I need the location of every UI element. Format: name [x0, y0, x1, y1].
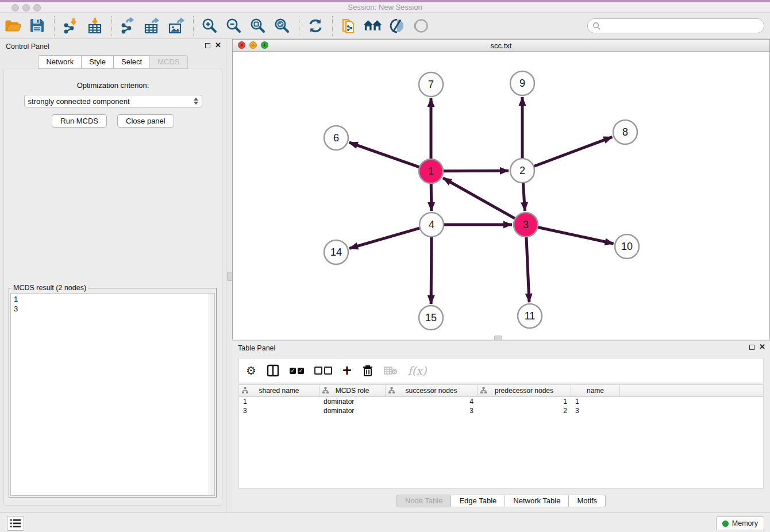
- clone-network-icon[interactable]: [339, 16, 358, 36]
- column-header-successor-nodes[interactable]: successor nodes: [386, 385, 478, 396]
- tab-style[interactable]: Style: [81, 55, 113, 69]
- column-header-label: MCDS role: [336, 387, 369, 395]
- run-mcds-button[interactable]: Run MCDS: [52, 114, 107, 128]
- table-settings-icon[interactable]: ⚙: [246, 364, 256, 377]
- column-header-label: successor nodes: [405, 387, 457, 395]
- home-neighbors-icon[interactable]: [363, 16, 382, 36]
- tab-node-table[interactable]: Node Table: [396, 495, 451, 507]
- deselect-all-icon[interactable]: [314, 367, 332, 375]
- float-panel-icon[interactable]: [205, 43, 210, 48]
- edge-1-to-4[interactable]: [431, 183, 432, 211]
- cell-name[interactable]: 1: [571, 397, 620, 406]
- node-table: shared nameMCDS rolesuccessor nodesprede…: [238, 384, 764, 489]
- node-label-15: 15: [425, 312, 437, 323]
- edge-2-to-3[interactable]: [523, 182, 525, 211]
- hide-details-icon[interactable]: [387, 16, 406, 36]
- tab-network[interactable]: Network: [38, 55, 81, 69]
- float-table-panel-icon[interactable]: [749, 345, 754, 350]
- zoom-in-icon[interactable]: [200, 16, 219, 36]
- edge-3-to-10[interactable]: [537, 227, 614, 244]
- column-header-MCDS-role[interactable]: MCDS role: [319, 385, 386, 396]
- table-row-1[interactable]: 1dominator411: [239, 397, 763, 406]
- edge-1-to-6[interactable]: [349, 142, 420, 167]
- search-box[interactable]: [587, 18, 764, 33]
- export-image-icon[interactable]: [167, 16, 186, 36]
- table-toolbar: ⚙ ✓✓ + f(x): [238, 358, 764, 383]
- column-header-label: name: [587, 387, 604, 395]
- node-label-1: 1: [428, 165, 434, 177]
- column-header-name[interactable]: name: [571, 385, 620, 396]
- mcds-result-box[interactable]: 1 3: [10, 293, 215, 496]
- close-panel-button[interactable]: Close panel: [117, 114, 174, 128]
- select-all-icon[interactable]: ✓✓: [290, 368, 304, 374]
- edge-3-to-1[interactable]: [443, 178, 516, 219]
- network-window-titlebar[interactable]: ×−+ scc.txt: [233, 40, 769, 52]
- node-label-4: 4: [429, 219, 434, 230]
- refresh-layout-icon[interactable]: [306, 16, 325, 36]
- zoom-selected-icon[interactable]: [272, 16, 291, 36]
- tab-motifs[interactable]: Motifs: [568, 495, 606, 507]
- cell-MCDS-role[interactable]: dominator: [319, 397, 386, 406]
- result-scrollbar[interactable]: [209, 294, 214, 495]
- tab-network-table[interactable]: Network Table: [505, 495, 568, 507]
- cell-name[interactable]: 3: [571, 406, 620, 415]
- export-table-icon[interactable]: [143, 16, 161, 36]
- edge-1-to-2[interactable]: [442, 171, 509, 171]
- status-bar: Memory: [0, 512, 770, 532]
- import-network-icon[interactable]: [61, 16, 80, 36]
- node-label-10: 10: [621, 241, 633, 252]
- tree-icon: [388, 387, 395, 394]
- optimization-criterion-select[interactable]: strongly connected component: [24, 95, 202, 107]
- cell-successor-nodes[interactable]: 4: [386, 397, 478, 406]
- delete-table-icon: [384, 366, 398, 375]
- network-graph: 7968124314101511: [233, 52, 769, 340]
- search-icon: [592, 22, 600, 30]
- tab-mcds[interactable]: MCDS: [149, 55, 187, 69]
- memory-button[interactable]: Memory: [716, 516, 764, 530]
- close-table-panel-icon[interactable]: ✕: [759, 344, 765, 350]
- column-visibility-icon[interactable]: [267, 364, 279, 377]
- edge-2-to-8[interactable]: [533, 137, 613, 167]
- dropdown-chevrons-icon: [194, 98, 198, 105]
- search-input[interactable]: [603, 21, 759, 30]
- cell-predecessor-nodes[interactable]: 1: [478, 397, 571, 406]
- optimization-criterion-label: Optimization criterion:: [4, 81, 222, 90]
- open-session-icon[interactable]: [3, 16, 22, 36]
- zoom-fit-icon[interactable]: [248, 16, 267, 36]
- cell-successor-nodes[interactable]: 3: [386, 406, 478, 415]
- network-window-title: scc.txt: [233, 41, 769, 50]
- toolbar-separator: [193, 16, 194, 36]
- mcds-result-text: 1 3: [11, 294, 214, 314]
- cell-predecessor-nodes[interactable]: 2: [478, 406, 571, 415]
- column-header-predecessor-nodes[interactable]: predecessor nodes: [478, 385, 571, 396]
- add-column-icon[interactable]: +: [342, 365, 352, 376]
- tab-edge-table[interactable]: Edge Table: [451, 495, 505, 507]
- table-row-2[interactable]: 3dominator323: [239, 406, 763, 415]
- memory-status-icon: [722, 521, 729, 527]
- birds-eye-icon[interactable]: [411, 16, 430, 36]
- export-network-icon[interactable]: [118, 16, 137, 36]
- mcds-result-fieldset: MCDS result (2 nodes) 1 3: [9, 284, 217, 498]
- import-table-icon[interactable]: [85, 16, 104, 36]
- list-icon: [10, 519, 21, 527]
- optimization-criterion-value: strongly connected component: [28, 97, 130, 106]
- cell-shared-name[interactable]: 3: [239, 406, 319, 415]
- close-panel-icon[interactable]: ✕: [215, 43, 221, 48]
- node-label-8: 8: [622, 126, 628, 138]
- tab-select[interactable]: Select: [113, 55, 149, 69]
- delete-column-icon[interactable]: [362, 364, 374, 377]
- task-history-button[interactable]: [7, 516, 24, 531]
- cell-MCDS-role[interactable]: dominator: [319, 406, 386, 415]
- save-session-icon[interactable]: [28, 16, 47, 36]
- cell-shared-name[interactable]: 1: [239, 397, 319, 406]
- mcds-tab-panel: Optimization criterion: strongly connect…: [3, 68, 222, 506]
- table-panel: Table Panel ✕ ⚙ ✓✓ + f(x) shared nameMCD…: [232, 340, 770, 512]
- column-header-shared-name[interactable]: shared name: [239, 385, 319, 396]
- edge-4-to-14[interactable]: [349, 228, 421, 249]
- zoom-out-icon[interactable]: [224, 16, 243, 36]
- toolbar-separator: [54, 16, 55, 36]
- edge-4-to-15[interactable]: [431, 236, 432, 304]
- network-canvas[interactable]: 7968124314101511: [233, 52, 769, 340]
- edge-3-to-11[interactable]: [526, 236, 529, 302]
- function-builder-icon: f(x): [408, 364, 427, 377]
